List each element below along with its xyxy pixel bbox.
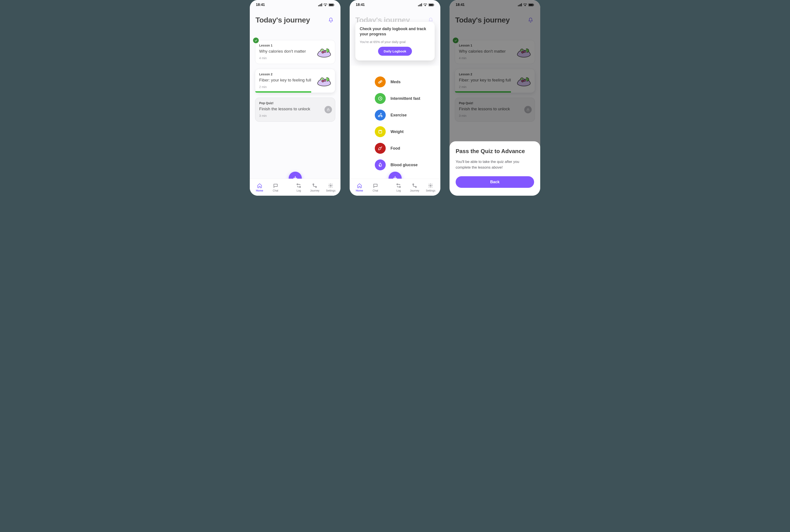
nav-home[interactable]: Home (351, 183, 367, 192)
nav-settings[interactable]: Settings (423, 183, 439, 192)
svg-point-7 (322, 80, 324, 82)
bell-icon (328, 17, 333, 23)
cell-signal-icon (418, 3, 422, 6)
nav-log[interactable]: Log (291, 183, 307, 192)
logbook-callout-title: Check your daily logbook and track your … (360, 26, 430, 37)
page-header: Today's journey (250, 10, 341, 26)
quiz-duration: 3 min (259, 114, 331, 117)
scale-icon (375, 126, 386, 137)
home-icon (357, 183, 362, 188)
lesson-card-2[interactable]: Lesson 2 Fiber: your key to feeling full… (255, 69, 335, 93)
status-time: 18:41 (356, 3, 365, 7)
chat-icon (273, 183, 278, 188)
screen-quiz-locked-sheet: 18:41 Today's journey Lesson 1 Why calor… (449, 0, 540, 196)
chat-icon (373, 183, 378, 188)
salad-bowl-icon (316, 75, 332, 87)
status-icons (318, 3, 334, 6)
svg-point-34 (416, 187, 417, 188)
svg-rect-18 (429, 4, 433, 5)
sheet-body: You'll be able to take the quiz after yo… (456, 159, 534, 170)
journey-icon (412, 183, 417, 188)
log-item-label: Food (390, 146, 400, 151)
svg-rect-2 (334, 4, 334, 5)
log-item-label: Intermittent fast (390, 96, 420, 101)
log-item-weight[interactable]: Weight (375, 126, 404, 137)
wifi-icon (324, 3, 327, 6)
settings-icon (428, 183, 433, 188)
logbook-callout: Check your daily logbook and track your … (355, 22, 435, 60)
log-item-label: Exercise (390, 113, 407, 117)
salad-bowl-icon (316, 46, 332, 58)
nav-settings-label: Settings (326, 189, 335, 192)
journey-cards: Lesson 1 Why calories don't matter 4 min… (250, 26, 341, 122)
svg-rect-1 (329, 4, 333, 5)
svg-point-4 (322, 51, 324, 53)
svg-point-26 (381, 113, 381, 114)
lesson-progress-bar (255, 91, 311, 93)
complete-check-icon (253, 38, 259, 43)
log-icon (396, 183, 401, 188)
lock-icon (325, 106, 332, 113)
svg-point-14 (313, 184, 314, 185)
nav-chat-label: Chat (273, 189, 278, 192)
page-title: Today's journey (255, 16, 310, 24)
log-item-label: Meds (390, 80, 401, 84)
lock-icon-wrap (325, 106, 332, 113)
log-item-meds[interactable]: Meds (375, 76, 401, 87)
settings-icon (328, 183, 333, 188)
status-bar: 18:41 (350, 0, 440, 10)
quiz-card-locked[interactable]: Pop Quiz! Finish the lessons to unlock 3… (255, 98, 335, 122)
log-item-glucose[interactable]: Blood glucose (375, 159, 418, 170)
journey-icon (312, 183, 317, 188)
sheet-back-button[interactable]: Back (456, 176, 534, 188)
quiz-title: Finish the lessons to unlock (259, 107, 331, 111)
svg-point-13 (300, 187, 301, 188)
svg-rect-9 (327, 109, 329, 111)
bike-icon (375, 110, 386, 120)
svg-point-12 (297, 184, 298, 185)
carrot-icon (375, 143, 386, 154)
svg-rect-19 (434, 4, 434, 5)
log-item-label: Blood glucose (390, 163, 418, 167)
screen-home: 18:41 Today's journey (250, 0, 341, 196)
svg-point-33 (413, 184, 414, 185)
nav-chat[interactable]: Chat (367, 183, 383, 192)
svg-point-28 (380, 165, 380, 166)
nav-journey[interactable]: Journey (407, 183, 423, 192)
svg-point-5 (324, 51, 326, 53)
log-icon (296, 183, 301, 188)
status-time: 18:41 (256, 3, 265, 7)
battery-icon (329, 3, 334, 6)
nav-settings[interactable]: Settings (323, 183, 339, 192)
lesson-card-1[interactable]: Lesson 1 Why calories don't matter 4 min (255, 40, 335, 64)
nav-log-label: Log (297, 189, 301, 192)
nav-home-label: Home (256, 189, 263, 192)
quiz-label: Pop Quiz! (259, 101, 331, 105)
screen-log-fab-expanded: 18:41 Today's journey Lesson 1 Why calor… (350, 0, 440, 196)
nav-home[interactable]: Home (252, 183, 268, 192)
svg-point-35 (430, 185, 431, 186)
clock-icon (375, 93, 386, 104)
log-type-menu: Meds Intermittent fast Exercise Weight F… (350, 71, 440, 179)
nav-journey-label: Journey (310, 189, 319, 192)
status-icons (418, 3, 434, 6)
daily-logbook-button[interactable]: Daily Logbook (378, 47, 412, 56)
nav-chat[interactable]: Chat (268, 183, 283, 192)
bottom-nav: Home Chat Log Log Journey Settings (350, 179, 440, 196)
wifi-icon (423, 3, 427, 6)
sheet-title: Pass the Quiz to Advance (456, 148, 534, 155)
nav-log[interactable]: Log (391, 183, 407, 192)
svg-point-8 (324, 80, 326, 81)
svg-point-32 (400, 187, 401, 188)
log-item-food[interactable]: Food (375, 143, 400, 154)
log-item-fast[interactable]: Intermittent fast (375, 93, 420, 104)
blood-drop-icon (375, 159, 386, 170)
notifications-button[interactable] (327, 16, 335, 24)
log-item-exercise[interactable]: Exercise (375, 110, 407, 120)
svg-point-25 (381, 116, 382, 117)
logbook-callout-sub: You're at 65% of your daily goal (360, 40, 430, 44)
status-bar: 18:41 (250, 0, 341, 10)
nav-journey[interactable]: Journey (307, 183, 323, 192)
home-icon (257, 183, 262, 188)
svg-point-31 (397, 184, 398, 185)
